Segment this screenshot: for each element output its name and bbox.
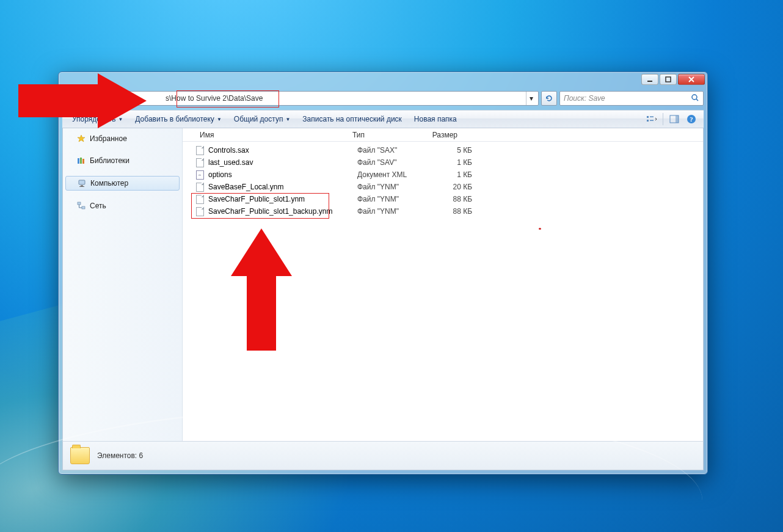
nav-computer[interactable]: Компьютер: [65, 176, 180, 191]
file-row[interactable]: Controls.saxФайл "SAX"5 КБ: [195, 144, 703, 156]
file-size: 20 КБ: [429, 183, 472, 191]
nav-libraries[interactable]: Библиотеки: [63, 154, 182, 167]
nav-libraries-label: Библиотеки: [90, 156, 129, 165]
nav-favorites-label: Избранное: [90, 134, 127, 143]
column-type[interactable]: Тип: [348, 131, 420, 139]
file-name: last_used.sav: [208, 158, 357, 167]
svg-rect-18: [78, 202, 81, 205]
file-icon: [195, 145, 205, 155]
organize-menu[interactable]: Упорядочить▼: [67, 112, 128, 126]
file-icon: [195, 158, 205, 167]
svg-rect-1: [666, 77, 671, 82]
svg-rect-13: [80, 158, 82, 164]
file-view: Имя Тип Размер Controls.saxФайл "SAX"5 К…: [183, 128, 703, 441]
help-button[interactable]: ?: [684, 112, 699, 126]
close-button[interactable]: [678, 74, 705, 85]
file-size: 1 КБ: [429, 158, 472, 167]
view-options-button[interactable]: [644, 112, 659, 126]
details-pane: Элементов: 6: [62, 441, 704, 470]
nav-back-button[interactable]: [62, 90, 78, 106]
file-size: 88 КБ: [429, 207, 472, 216]
svg-rect-0: [647, 81, 652, 82]
nav-network-label: Сеть: [90, 202, 106, 210]
file-name: SaveCharF_Public_slot1_backup.ynm: [208, 207, 357, 216]
file-row[interactable]: last_used.savФайл "SAV"1 КБ: [195, 156, 703, 169]
xml-file-icon: ‹›: [195, 170, 205, 180]
share-label: Общий доступ: [234, 115, 283, 123]
computer-icon: [77, 178, 87, 188]
burn-button[interactable]: Записать на оптический диск: [297, 112, 407, 126]
nav-computer-label: Компьютер: [90, 179, 128, 188]
file-row[interactable]: SaveBaseF_Local.ynmФайл "YNM"20 КБ: [195, 181, 703, 193]
file-list[interactable]: Controls.saxФайл "SAX"5 КБlast_used.savФ…: [183, 142, 703, 217]
file-size: 1 КБ: [429, 170, 472, 179]
svg-rect-7: [650, 120, 654, 122]
svg-text:?: ?: [690, 115, 693, 123]
minimize-button[interactable]: [641, 74, 658, 85]
address-dropdown-icon[interactable]: ▾: [526, 92, 536, 105]
details-summary: Элементов: 6: [97, 451, 143, 460]
svg-rect-4: [647, 116, 649, 118]
new-folder-button[interactable]: Новая папка: [409, 112, 462, 126]
svg-rect-19: [82, 206, 85, 209]
file-type: Файл "SAV": [357, 158, 429, 167]
preview-pane-button[interactable]: [667, 112, 682, 126]
nav-forward-button[interactable]: [79, 90, 95, 106]
maximize-button[interactable]: [660, 74, 677, 85]
file-type: Файл "SAX": [357, 146, 429, 155]
add-to-library-label: Добавить в библиотеку: [135, 115, 214, 123]
file-row[interactable]: ‹›optionsДокумент XML1 КБ: [195, 169, 703, 181]
file-type: Файл "YNM": [357, 195, 429, 203]
svg-line-3: [696, 99, 698, 101]
file-icon: [195, 182, 205, 192]
search-input[interactable]: Поиск: Save: [559, 91, 704, 106]
file-row[interactable]: SaveCharF_Public_slot1.ynmФайл "YNM"88 К…: [195, 193, 703, 205]
column-size[interactable]: Размер: [420, 131, 462, 139]
svg-rect-5: [647, 120, 649, 122]
nav-network[interactable]: Сеть: [63, 199, 182, 213]
network-icon: [76, 201, 86, 211]
toolbar: Упорядочить▼ Добавить в библиотеку▼ Общи…: [62, 110, 704, 128]
file-row[interactable]: SaveCharF_Public_slot1_backup.ynmФайл "Y…: [195, 205, 703, 217]
svg-rect-6: [650, 117, 654, 118]
address-bar[interactable]: s\How to Survive 2\Data\Save ▾: [98, 91, 539, 106]
svg-rect-17: [79, 186, 84, 187]
column-name[interactable]: Имя: [195, 131, 348, 139]
svg-rect-9: [676, 115, 679, 123]
share-menu[interactable]: Общий доступ▼: [229, 112, 296, 126]
file-name: SaveCharF_Public_slot1.ynm: [208, 195, 357, 203]
file-size: 88 КБ: [429, 195, 472, 203]
explorer-window: s\How to Survive 2\Data\Save ▾ Поиск: Sa…: [58, 71, 708, 475]
svg-rect-12: [78, 158, 79, 164]
file-name: SaveBaseF_Local.ynm: [208, 183, 357, 191]
file-icon: [195, 206, 205, 216]
file-type: Документ XML: [357, 170, 429, 179]
file-size: 5 КБ: [429, 146, 472, 155]
organize-label: Упорядочить: [72, 115, 115, 123]
client-area: Избранное Библиотеки Компьютер: [62, 128, 704, 441]
file-name: Controls.sax: [208, 146, 357, 155]
file-name: options: [208, 170, 357, 179]
nav-favorites[interactable]: Избранное: [63, 132, 182, 145]
svg-rect-15: [79, 180, 85, 184]
navigation-pane: Избранное Библиотеки Компьютер: [63, 128, 183, 441]
column-headers[interactable]: Имя Тип Размер: [183, 128, 703, 142]
svg-point-2: [692, 95, 697, 100]
titlebar: [59, 72, 707, 89]
libraries-icon: [76, 156, 86, 166]
navbar: s\How to Survive 2\Data\Save ▾ Поиск: Sa…: [62, 89, 704, 107]
add-to-library-menu[interactable]: Добавить в библиотеку▼: [130, 112, 226, 126]
refresh-button[interactable]: [541, 91, 557, 106]
file-type: Файл "YNM": [357, 207, 429, 216]
burn-label: Записать на оптический диск: [302, 115, 402, 123]
folder-icon: [70, 447, 90, 464]
search-placeholder: Поиск: Save: [564, 94, 605, 103]
svg-rect-14: [82, 159, 84, 164]
file-icon: [195, 194, 205, 204]
svg-rect-16: [81, 185, 83, 186]
search-icon: [691, 93, 699, 104]
address-path: s\How to Survive 2\Data\Save: [166, 94, 263, 103]
star-icon: [76, 134, 86, 144]
new-folder-label: Новая папка: [414, 115, 457, 123]
file-type: Файл "YNM": [357, 183, 429, 191]
